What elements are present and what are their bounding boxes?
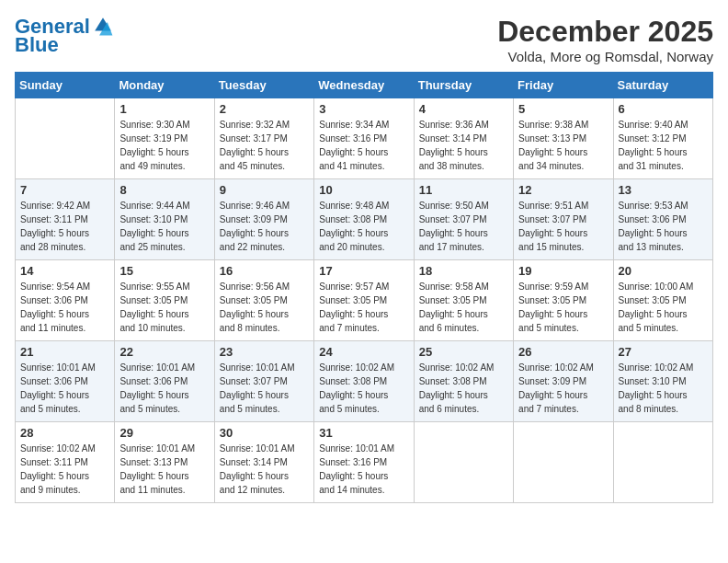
- logo-blue-text: Blue: [15, 33, 59, 56]
- calendar-header-cell: Friday: [514, 73, 613, 98]
- calendar-body: 1Sunrise: 9:30 AM Sunset: 3:19 PM Daylig…: [16, 98, 713, 503]
- day-number: 17: [319, 264, 408, 278]
- day-info: Sunrise: 9:56 AM Sunset: 3:05 PM Dayligh…: [220, 280, 309, 335]
- calendar-cell: 28Sunrise: 10:02 AM Sunset: 3:11 PM Dayl…: [16, 422, 115, 503]
- day-number: 31: [319, 426, 408, 440]
- day-number: 19: [518, 264, 608, 278]
- calendar-cell: 29Sunrise: 10:01 AM Sunset: 3:13 PM Dayl…: [115, 422, 214, 503]
- day-number: 8: [119, 183, 209, 197]
- calendar-cell: [514, 422, 613, 503]
- calendar-cell: 1Sunrise: 9:30 AM Sunset: 3:19 PM Daylig…: [115, 98, 214, 179]
- calendar-cell: 2Sunrise: 9:32 AM Sunset: 3:17 PM Daylig…: [214, 98, 313, 179]
- day-info: Sunrise: 10:01 AM Sunset: 3:14 PM Daylig…: [220, 442, 309, 497]
- day-info: Sunrise: 9:53 AM Sunset: 3:06 PM Dayligh…: [619, 199, 708, 254]
- day-number: 30: [220, 426, 309, 440]
- day-info: Sunrise: 10:00 AM Sunset: 3:05 PM Daylig…: [619, 280, 708, 335]
- calendar-cell: 18Sunrise: 9:58 AM Sunset: 3:05 PM Dayli…: [414, 260, 513, 341]
- day-info: Sunrise: 10:01 AM Sunset: 3:13 PM Daylig…: [119, 442, 209, 497]
- title-block: December 2025 Volda, More og Romsdal, No…: [497, 15, 713, 64]
- calendar-cell: 27Sunrise: 10:02 AM Sunset: 3:10 PM Dayl…: [613, 341, 712, 422]
- day-number: 14: [20, 264, 109, 278]
- day-info: Sunrise: 9:54 AM Sunset: 3:06 PM Dayligh…: [20, 280, 109, 335]
- day-info: Sunrise: 10:02 AM Sunset: 3:08 PM Daylig…: [319, 361, 408, 416]
- calendar-header-cell: Sunday: [16, 73, 115, 98]
- day-info: Sunrise: 9:38 AM Sunset: 3:13 PM Dayligh…: [518, 118, 608, 173]
- day-info: Sunrise: 10:01 AM Sunset: 3:16 PM Daylig…: [319, 442, 408, 497]
- logo-icon: [92, 15, 114, 37]
- calendar-header-row: SundayMondayTuesdayWednesdayThursdayFrid…: [16, 73, 713, 98]
- day-number: 21: [20, 345, 109, 359]
- day-info: Sunrise: 9:46 AM Sunset: 3:09 PM Dayligh…: [220, 199, 309, 254]
- calendar-cell: 11Sunrise: 9:50 AM Sunset: 3:07 PM Dayli…: [414, 179, 513, 260]
- calendar-cell: 7Sunrise: 9:42 AM Sunset: 3:11 PM Daylig…: [16, 179, 115, 260]
- day-info: Sunrise: 9:44 AM Sunset: 3:10 PM Dayligh…: [119, 199, 209, 254]
- calendar-header-cell: Thursday: [414, 73, 513, 98]
- calendar-cell: 25Sunrise: 10:02 AM Sunset: 3:08 PM Dayl…: [414, 341, 513, 422]
- calendar-cell: 12Sunrise: 9:51 AM Sunset: 3:07 PM Dayli…: [514, 179, 613, 260]
- day-number: 13: [619, 183, 708, 197]
- day-number: 3: [319, 102, 408, 116]
- day-info: Sunrise: 9:51 AM Sunset: 3:07 PM Dayligh…: [518, 199, 608, 254]
- day-number: 10: [319, 183, 408, 197]
- day-info: Sunrise: 9:48 AM Sunset: 3:08 PM Dayligh…: [319, 199, 408, 254]
- calendar-cell: 3Sunrise: 9:34 AM Sunset: 3:16 PM Daylig…: [314, 98, 414, 179]
- day-number: 5: [518, 102, 608, 116]
- day-info: Sunrise: 9:55 AM Sunset: 3:05 PM Dayligh…: [119, 280, 209, 335]
- day-info: Sunrise: 9:40 AM Sunset: 3:12 PM Dayligh…: [619, 118, 708, 173]
- calendar-cell: 26Sunrise: 10:02 AM Sunset: 3:09 PM Dayl…: [514, 341, 613, 422]
- calendar-cell: [16, 98, 115, 179]
- day-info: Sunrise: 9:36 AM Sunset: 3:14 PM Dayligh…: [419, 118, 508, 173]
- day-info: Sunrise: 9:42 AM Sunset: 3:11 PM Dayligh…: [20, 199, 109, 254]
- day-info: Sunrise: 10:02 AM Sunset: 3:08 PM Daylig…: [419, 361, 508, 416]
- day-info: Sunrise: 10:02 AM Sunset: 3:10 PM Daylig…: [619, 361, 708, 416]
- day-number: 16: [220, 264, 309, 278]
- calendar-header-cell: Monday: [115, 73, 214, 98]
- day-number: 23: [220, 345, 309, 359]
- day-number: 18: [419, 264, 508, 278]
- calendar-cell: 17Sunrise: 9:57 AM Sunset: 3:05 PM Dayli…: [314, 260, 414, 341]
- day-number: 11: [419, 183, 508, 197]
- calendar-week-row: 7Sunrise: 9:42 AM Sunset: 3:11 PM Daylig…: [16, 179, 713, 260]
- calendar-cell: [414, 422, 513, 503]
- calendar-cell: 15Sunrise: 9:55 AM Sunset: 3:05 PM Dayli…: [115, 260, 214, 341]
- day-number: 6: [619, 102, 708, 116]
- calendar-cell: 10Sunrise: 9:48 AM Sunset: 3:08 PM Dayli…: [314, 179, 414, 260]
- day-info: Sunrise: 10:02 AM Sunset: 3:09 PM Daylig…: [518, 361, 608, 416]
- logo: General Blue: [15, 15, 114, 55]
- calendar-cell: 20Sunrise: 10:00 AM Sunset: 3:05 PM Dayl…: [613, 260, 712, 341]
- day-info: Sunrise: 9:34 AM Sunset: 3:16 PM Dayligh…: [319, 118, 408, 173]
- day-info: Sunrise: 9:50 AM Sunset: 3:07 PM Dayligh…: [419, 199, 508, 254]
- calendar-week-row: 28Sunrise: 10:02 AM Sunset: 3:11 PM Dayl…: [16, 422, 713, 503]
- day-number: 2: [220, 102, 309, 116]
- day-info: Sunrise: 9:30 AM Sunset: 3:19 PM Dayligh…: [119, 118, 209, 173]
- calendar-cell: 22Sunrise: 10:01 AM Sunset: 3:06 PM Dayl…: [115, 341, 214, 422]
- calendar-cell: 23Sunrise: 10:01 AM Sunset: 3:07 PM Dayl…: [214, 341, 313, 422]
- day-number: 15: [119, 264, 209, 278]
- day-number: 12: [518, 183, 608, 197]
- day-info: Sunrise: 9:57 AM Sunset: 3:05 PM Dayligh…: [319, 280, 408, 335]
- day-number: 28: [20, 426, 109, 440]
- calendar-cell: 8Sunrise: 9:44 AM Sunset: 3:10 PM Daylig…: [115, 179, 214, 260]
- day-number: 20: [619, 264, 708, 278]
- location: Volda, More og Romsdal, Norway: [497, 49, 713, 64]
- calendar-cell: 21Sunrise: 10:01 AM Sunset: 3:06 PM Dayl…: [16, 341, 115, 422]
- calendar-cell: 14Sunrise: 9:54 AM Sunset: 3:06 PM Dayli…: [16, 260, 115, 341]
- day-number: 1: [119, 102, 209, 116]
- day-number: 7: [20, 183, 109, 197]
- day-number: 22: [119, 345, 209, 359]
- calendar-cell: 19Sunrise: 9:59 AM Sunset: 3:05 PM Dayli…: [514, 260, 613, 341]
- day-number: 29: [119, 426, 209, 440]
- calendar-week-row: 21Sunrise: 10:01 AM Sunset: 3:06 PM Dayl…: [16, 341, 713, 422]
- day-info: Sunrise: 10:02 AM Sunset: 3:11 PM Daylig…: [20, 442, 109, 497]
- calendar-cell: 5Sunrise: 9:38 AM Sunset: 3:13 PM Daylig…: [514, 98, 613, 179]
- day-number: 9: [220, 183, 309, 197]
- day-info: Sunrise: 9:58 AM Sunset: 3:05 PM Dayligh…: [419, 280, 508, 335]
- month-title: December 2025: [497, 15, 713, 49]
- day-number: 25: [419, 345, 508, 359]
- day-number: 4: [419, 102, 508, 116]
- calendar-cell: 9Sunrise: 9:46 AM Sunset: 3:09 PM Daylig…: [214, 179, 313, 260]
- day-number: 26: [518, 345, 608, 359]
- day-info: Sunrise: 9:32 AM Sunset: 3:17 PM Dayligh…: [220, 118, 309, 173]
- calendar-header-cell: Wednesday: [314, 73, 414, 98]
- day-info: Sunrise: 10:01 AM Sunset: 3:06 PM Daylig…: [20, 361, 109, 416]
